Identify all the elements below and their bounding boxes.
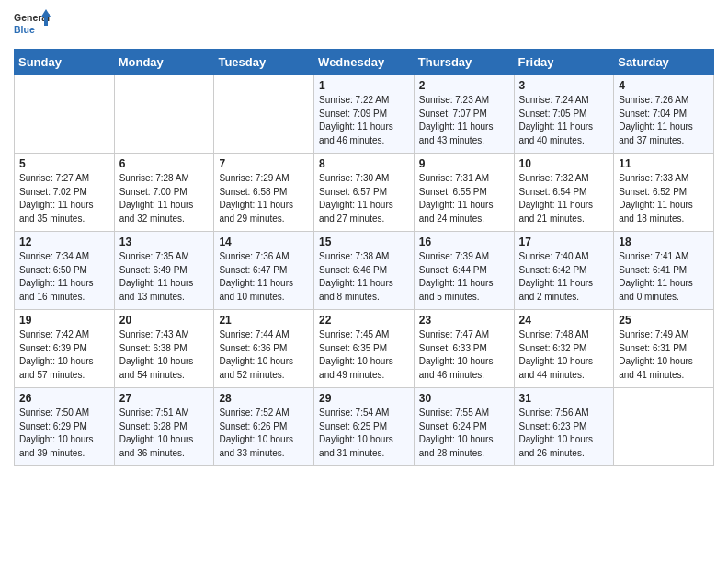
day-info: Sunrise: 7:28 AMSunset: 7:00 PMDaylight:… — [119, 173, 194, 224]
calendar-cell: 30 Sunrise: 7:55 AMSunset: 6:24 PMDaylig… — [414, 388, 514, 466]
day-info: Sunrise: 7:26 AMSunset: 7:04 PMDaylight:… — [619, 95, 693, 145]
calendar-cell: 23 Sunrise: 7:47 AMSunset: 6:33 PMDaylig… — [414, 310, 514, 388]
day-info: Sunrise: 7:39 AMSunset: 6:44 PMDaylight:… — [419, 251, 494, 302]
day-info: Sunrise: 7:51 AMSunset: 6:28 PMDaylight:… — [119, 408, 194, 458]
calendar-cell: 22 Sunrise: 7:45 AMSunset: 6:35 PMDaylig… — [314, 310, 415, 388]
day-number: 22 — [319, 314, 409, 327]
day-info: Sunrise: 7:33 AMSunset: 6:52 PMDaylight:… — [619, 173, 693, 224]
day-info: Sunrise: 7:22 AMSunset: 7:09 PMDaylight:… — [319, 95, 393, 145]
day-number: 19 — [19, 314, 109, 327]
day-info: Sunrise: 7:44 AMSunset: 6:36 PMDaylight:… — [219, 329, 293, 380]
calendar-cell: 21 Sunrise: 7:44 AMSunset: 6:36 PMDaylig… — [214, 310, 314, 388]
header-row: SundayMondayTuesdayWednesdayThursdayFrid… — [15, 50, 714, 75]
svg-text:Blue: Blue — [14, 24, 35, 35]
day-number: 6 — [119, 157, 210, 170]
week-row-2: 5 Sunrise: 7:27 AMSunset: 7:02 PMDayligh… — [15, 154, 714, 232]
header-friday: Friday — [514, 50, 614, 75]
day-number: 10 — [519, 157, 609, 170]
calendar-cell: 12 Sunrise: 7:34 AMSunset: 6:50 PMDaylig… — [15, 232, 115, 310]
week-row-1: 1 Sunrise: 7:22 AMSunset: 7:09 PMDayligh… — [15, 75, 714, 154]
day-number: 27 — [119, 392, 210, 405]
day-info: Sunrise: 7:49 AMSunset: 6:31 PMDaylight:… — [619, 329, 693, 380]
week-row-4: 19 Sunrise: 7:42 AMSunset: 6:39 PMDaylig… — [15, 310, 714, 388]
day-number: 15 — [319, 236, 409, 248]
day-number: 1 — [319, 79, 409, 92]
day-info: Sunrise: 7:54 AMSunset: 6:25 PMDaylight:… — [319, 408, 393, 458]
day-number: 29 — [319, 392, 409, 405]
day-info: Sunrise: 7:42 AMSunset: 6:39 PMDaylight:… — [19, 329, 94, 380]
day-number: 16 — [419, 236, 509, 248]
calendar-cell — [614, 388, 714, 466]
calendar-cell: 9 Sunrise: 7:31 AMSunset: 6:55 PMDayligh… — [414, 154, 514, 232]
day-number: 26 — [19, 392, 109, 405]
calendar-cell: 6 Sunrise: 7:28 AMSunset: 7:00 PMDayligh… — [114, 154, 214, 232]
calendar-cell: 19 Sunrise: 7:42 AMSunset: 6:39 PMDaylig… — [15, 310, 115, 388]
calendar-cell: 13 Sunrise: 7:35 AMSunset: 6:49 PMDaylig… — [114, 232, 214, 310]
day-number: 2 — [419, 79, 509, 92]
day-number: 12 — [19, 236, 109, 248]
header-sunday: Sunday — [15, 50, 115, 75]
day-info: Sunrise: 7:43 AMSunset: 6:38 PMDaylight:… — [119, 329, 194, 380]
calendar-cell: 3 Sunrise: 7:24 AMSunset: 7:05 PMDayligh… — [514, 75, 614, 154]
day-number: 9 — [419, 157, 509, 170]
day-info: Sunrise: 7:48 AMSunset: 6:32 PMDaylight:… — [519, 329, 594, 380]
calendar-cell: 11 Sunrise: 7:33 AMSunset: 6:52 PMDaylig… — [614, 154, 714, 232]
day-info: Sunrise: 7:47 AMSunset: 6:33 PMDaylight:… — [419, 329, 494, 380]
calendar-cell — [214, 75, 314, 154]
day-number: 31 — [519, 392, 609, 405]
day-info: Sunrise: 7:29 AMSunset: 6:58 PMDaylight:… — [219, 173, 293, 224]
calendar-cell: 29 Sunrise: 7:54 AMSunset: 6:25 PMDaylig… — [314, 388, 415, 466]
header-thursday: Thursday — [414, 50, 514, 75]
calendar-cell: 17 Sunrise: 7:40 AMSunset: 6:42 PMDaylig… — [514, 232, 614, 310]
day-info: Sunrise: 7:52 AMSunset: 6:26 PMDaylight:… — [219, 408, 293, 458]
day-number: 20 — [119, 314, 210, 327]
day-info: Sunrise: 7:45 AMSunset: 6:35 PMDaylight:… — [319, 329, 393, 380]
day-info: Sunrise: 7:30 AMSunset: 6:57 PMDaylight:… — [319, 173, 393, 224]
week-row-3: 12 Sunrise: 7:34 AMSunset: 6:50 PMDaylig… — [15, 232, 714, 310]
calendar-cell: 31 Sunrise: 7:56 AMSunset: 6:23 PMDaylig… — [514, 388, 614, 466]
day-info: Sunrise: 7:55 AMSunset: 6:24 PMDaylight:… — [419, 408, 494, 458]
calendar-cell: 1 Sunrise: 7:22 AMSunset: 7:09 PMDayligh… — [314, 75, 415, 154]
day-number: 25 — [619, 314, 709, 327]
day-number: 7 — [219, 157, 309, 170]
calendar-cell: 7 Sunrise: 7:29 AMSunset: 6:58 PMDayligh… — [214, 154, 314, 232]
header-tuesday: Tuesday — [214, 50, 314, 75]
day-number: 24 — [519, 314, 609, 327]
calendar-cell: 10 Sunrise: 7:32 AMSunset: 6:54 PMDaylig… — [514, 154, 614, 232]
day-info: Sunrise: 7:34 AMSunset: 6:50 PMDaylight:… — [19, 251, 94, 302]
calendar-cell: 14 Sunrise: 7:36 AMSunset: 6:47 PMDaylig… — [214, 232, 314, 310]
calendar-cell: 15 Sunrise: 7:38 AMSunset: 6:46 PMDaylig… — [314, 232, 415, 310]
day-info: Sunrise: 7:31 AMSunset: 6:55 PMDaylight:… — [419, 173, 494, 224]
week-row-5: 26 Sunrise: 7:50 AMSunset: 6:29 PMDaylig… — [15, 388, 714, 466]
day-number: 13 — [119, 236, 210, 248]
calendar-cell: 5 Sunrise: 7:27 AMSunset: 7:02 PMDayligh… — [15, 154, 115, 232]
day-info: Sunrise: 7:35 AMSunset: 6:49 PMDaylight:… — [119, 251, 194, 302]
day-number: 5 — [19, 157, 109, 170]
day-number: 8 — [319, 157, 409, 170]
calendar-cell: 8 Sunrise: 7:30 AMSunset: 6:57 PMDayligh… — [314, 154, 415, 232]
day-number: 28 — [219, 392, 309, 405]
day-number: 11 — [619, 157, 709, 170]
day-number: 18 — [619, 236, 709, 248]
day-info: Sunrise: 7:24 AMSunset: 7:05 PMDaylight:… — [519, 95, 594, 145]
day-info: Sunrise: 7:38 AMSunset: 6:46 PMDaylight:… — [319, 251, 393, 302]
day-info: Sunrise: 7:23 AMSunset: 7:07 PMDaylight:… — [419, 95, 494, 145]
day-number: 4 — [619, 79, 709, 92]
calendar-cell: 27 Sunrise: 7:51 AMSunset: 6:28 PMDaylig… — [114, 388, 214, 466]
calendar-cell: 4 Sunrise: 7:26 AMSunset: 7:04 PMDayligh… — [614, 75, 714, 154]
calendar-table: SundayMondayTuesdayWednesdayThursdayFrid… — [14, 49, 714, 466]
calendar-cell: 20 Sunrise: 7:43 AMSunset: 6:38 PMDaylig… — [114, 310, 214, 388]
calendar-cell: 18 Sunrise: 7:41 AMSunset: 6:41 PMDaylig… — [614, 232, 714, 310]
day-info: Sunrise: 7:41 AMSunset: 6:41 PMDaylight:… — [619, 251, 693, 302]
day-number: 3 — [519, 79, 609, 92]
day-number: 17 — [519, 236, 609, 248]
day-info: Sunrise: 7:27 AMSunset: 7:02 PMDaylight:… — [19, 173, 94, 224]
day-number: 30 — [419, 392, 509, 405]
header-saturday: Saturday — [614, 50, 714, 75]
calendar-cell: 26 Sunrise: 7:50 AMSunset: 6:29 PMDaylig… — [15, 388, 115, 466]
calendar-cell — [114, 75, 214, 154]
calendar-cell: 16 Sunrise: 7:39 AMSunset: 6:44 PMDaylig… — [414, 232, 514, 310]
header-wednesday: Wednesday — [314, 50, 415, 75]
day-info: Sunrise: 7:50 AMSunset: 6:29 PMDaylight:… — [19, 408, 94, 458]
calendar-cell: 28 Sunrise: 7:52 AMSunset: 6:26 PMDaylig… — [214, 388, 314, 466]
